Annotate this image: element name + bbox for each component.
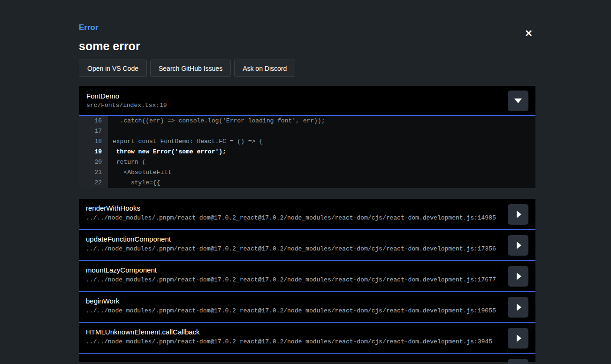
error-overlay-content: Error some error Open in VS Code Search … <box>79 0 535 362</box>
stack-trace-list: renderWithHooks ../../node_modules/.pnpm… <box>79 199 535 362</box>
stack-frame-partial <box>79 354 535 362</box>
play-icon <box>517 211 521 218</box>
stack-frame-callCallback: HTMLUnknownElement.callCallback ../../no… <box>79 323 535 354</box>
line-number: 20 <box>79 157 108 167</box>
frame-name: mountLazyComponent <box>86 266 503 274</box>
code-frame: FontDemo src/Fonts/index.tsx:19 16 .catc… <box>79 86 535 188</box>
play-icon <box>517 334 521 342</box>
line-source: return ( <box>108 157 145 167</box>
frame-path: ../../node_modules/.pnpm/react-dom@17.0.… <box>86 276 503 283</box>
expand-frame-button[interactable] <box>508 328 528 349</box>
frame-path: ../../node_modules/.pnpm/react-dom@17.0.… <box>86 245 503 252</box>
line-number: 16 <box>79 116 108 126</box>
line-source: style={{ <box>108 178 160 188</box>
code-line: 17 <box>79 126 535 136</box>
code-frame-header[interactable]: FontDemo src/Fonts/index.tsx:19 <box>79 86 535 116</box>
line-source: .catch((err) => console.log('Error loadi… <box>108 116 325 126</box>
line-number: 22 <box>79 178 108 188</box>
stack-frame-updateFunctionComponent: updateFunctionComponent ../../node_modul… <box>79 230 535 261</box>
line-number: 21 <box>79 167 108 178</box>
error-type-label: Error <box>79 23 535 32</box>
expand-frame-button[interactable] <box>508 266 528 287</box>
frame-name: updateFunctionComponent <box>86 235 503 243</box>
stack-frame-renderWithHooks: renderWithHooks ../../node_modules/.pnpm… <box>79 199 535 230</box>
open-in-vscode-button[interactable]: Open in VS Code <box>79 60 147 77</box>
ask-on-discord-button[interactable]: Ask on Discord <box>234 60 295 77</box>
line-number: 17 <box>79 126 108 136</box>
line-source <box>108 126 113 136</box>
line-source: export const FontDemo: React.FC = () => … <box>108 136 263 147</box>
code-line: 16 .catch((err) => console.log('Error lo… <box>79 116 535 126</box>
expand-frame-button[interactable] <box>508 359 528 364</box>
stack-frame-mountLazyComponent: mountLazyComponent ../../node_modules/.p… <box>79 261 535 292</box>
collapse-code-button[interactable] <box>508 91 528 111</box>
code-line: 22 style={{ <box>79 178 535 188</box>
frame-name: renderWithHooks <box>86 204 503 212</box>
play-icon <box>517 242 521 249</box>
search-github-issues-button[interactable]: Search GitHub Issues <box>150 60 231 77</box>
code-line-highlighted: 19 throw new Error('some error'); <box>79 147 535 157</box>
expand-frame-button[interactable] <box>508 235 528 256</box>
frame-path: ../../node_modules/.pnpm/react-dom@17.0.… <box>86 307 503 314</box>
code-line: 21 <AbsoluteFill <box>79 167 535 178</box>
code-frame-title: FontDemo <box>86 92 535 100</box>
play-icon <box>517 273 521 280</box>
error-overlay: { "colors": { "background": "#1f2428", "… <box>0 0 611 364</box>
line-source: <AbsoluteFill <box>108 167 171 178</box>
line-number: 19 <box>79 147 108 157</box>
code-snippet: 16 .catch((err) => console.log('Error lo… <box>79 116 535 188</box>
frame-path: ../../node_modules/.pnpm/react-dom@17.0.… <box>86 214 503 221</box>
frame-path: ../../node_modules/.pnpm/react-dom@17.0.… <box>86 338 503 345</box>
code-line: 18export const FontDemo: React.FC = () =… <box>79 136 535 147</box>
chevron-down-icon <box>514 99 522 103</box>
stack-frame-beginWork: beginWork ../../node_modules/.pnpm/react… <box>79 292 535 323</box>
expand-frame-button[interactable] <box>508 204 528 225</box>
expand-frame-button[interactable] <box>508 297 528 318</box>
code-frame-location: src/Fonts/index.tsx:19 <box>86 102 535 109</box>
error-message: some error <box>79 39 535 53</box>
action-buttons: Open in VS Code Search GitHub Issues Ask… <box>79 60 535 77</box>
line-source: throw new Error('some error'); <box>108 147 226 157</box>
frame-name: beginWork <box>86 297 503 305</box>
line-number: 18 <box>79 136 108 147</box>
code-line: 20 return ( <box>79 157 535 167</box>
play-icon <box>517 303 521 311</box>
frame-name: HTMLUnknownElement.callCallback <box>86 328 503 336</box>
